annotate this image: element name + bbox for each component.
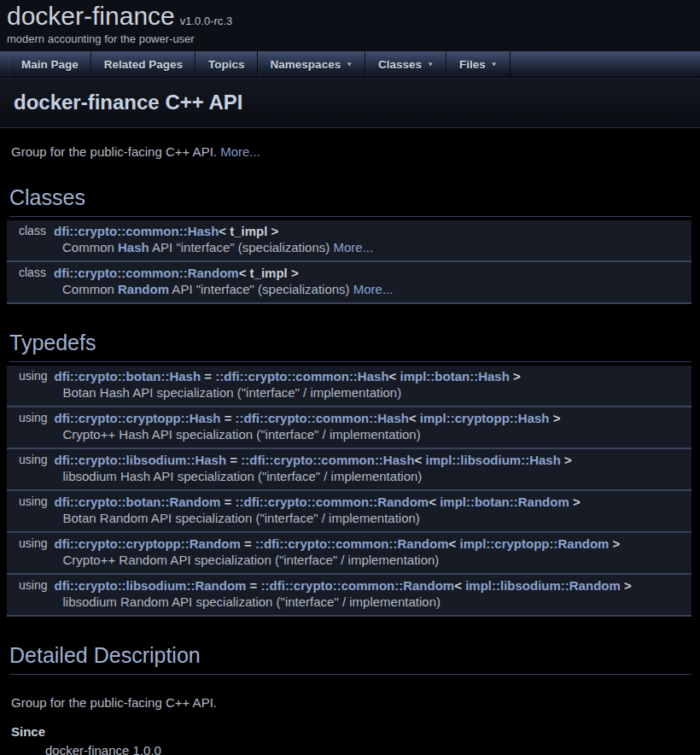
member-link[interactable]: impl::botan::Random bbox=[440, 495, 569, 509]
member-link[interactable]: impl::cryptopp::Random bbox=[459, 536, 609, 551]
signature-text: < bbox=[415, 453, 426, 467]
member-description: Botan Random API specialization ("interf… bbox=[62, 511, 419, 525]
member-link[interactable]: dfi::crypto::cryptopp::Hash bbox=[54, 411, 220, 425]
member-row: classdfi::crypto::common::Hash< t_impl > bbox=[7, 220, 691, 238]
member-description-row: Botan Random API specialization ("interf… bbox=[7, 509, 691, 532]
row-separator bbox=[7, 616, 691, 617]
chevron-down-icon: ▼ bbox=[346, 61, 353, 68]
signature-text: = bbox=[226, 453, 241, 467]
nav-tab-list: Main Page Related Pages Topics Namespace… bbox=[0, 51, 700, 77]
nav-tab-label: Related Pages bbox=[104, 58, 183, 71]
nav-tab-files[interactable]: Files▼ bbox=[446, 51, 510, 77]
member-link[interactable]: dfi::crypto::common::Hash bbox=[54, 224, 219, 238]
nav-tab-namespaces[interactable]: Namespaces▼ bbox=[258, 51, 365, 77]
detailed-description-text: Group for the public-facing C++ API. bbox=[11, 695, 691, 710]
member-link[interactable]: dfi::crypto::cryptopp::Random bbox=[54, 536, 240, 551]
member-link[interactable]: Random bbox=[118, 282, 169, 296]
member-keyword: using bbox=[7, 491, 54, 509]
member-link[interactable]: ::dfi::crypto::common::Random bbox=[236, 495, 429, 509]
member-link[interactable]: ::dfi::crypto::common::Hash bbox=[241, 453, 414, 467]
since-value: docker-finance 1.0.0 bbox=[45, 743, 691, 755]
signature-text: < bbox=[389, 369, 400, 383]
member-description: Common Hash API "interface" (specializat… bbox=[62, 240, 373, 255]
page-title: docker-finance C++ API bbox=[14, 91, 686, 114]
signature-text: API "interface" (specializations) bbox=[169, 282, 353, 296]
member-link[interactable]: impl::libsodium::Hash bbox=[426, 453, 561, 467]
signature-text: > bbox=[621, 578, 632, 593]
nav-tab-label: Main Page bbox=[21, 58, 79, 71]
member-link[interactable]: dfi::crypto::botan::Hash bbox=[54, 369, 201, 383]
member-link[interactable]: ::dfi::crypto::common::Hash bbox=[215, 369, 388, 383]
group-summary-text: Group for the public-facing C++ API. bbox=[11, 144, 217, 159]
signature-text: Common bbox=[62, 282, 118, 296]
member-row: usingdfi::crypto::cryptopp::Random = ::d… bbox=[7, 533, 691, 551]
chevron-down-icon: ▼ bbox=[427, 61, 434, 68]
member-row: usingdfi::crypto::cryptopp::Hash = ::dfi… bbox=[7, 407, 691, 425]
member-link[interactable]: dfi::crypto::libsodium::Hash bbox=[54, 453, 226, 467]
member-row: usingdfi::crypto::botan::Random = ::dfi:… bbox=[7, 491, 691, 509]
more-link[interactable]: More... bbox=[333, 240, 373, 255]
nav-tab-label: Topics bbox=[208, 58, 245, 71]
member-link[interactable]: dfi::crypto::libsodium::Random bbox=[54, 578, 246, 593]
member-keyword: using bbox=[7, 533, 54, 551]
more-link[interactable]: More... bbox=[353, 282, 394, 296]
member-description: Crypto++ Hash API specialization ("inter… bbox=[62, 427, 420, 442]
more-link[interactable]: More... bbox=[220, 144, 260, 159]
member-description-row: Crypto++ Random API specialization ("int… bbox=[7, 551, 691, 574]
member-link[interactable]: dfi::crypto::common::Random bbox=[54, 266, 239, 280]
member-keyword: class bbox=[7, 220, 54, 238]
member-link[interactable]: dfi::crypto::botan::Random bbox=[54, 495, 220, 509]
member-description: libsodium Hash API specialization ("inte… bbox=[62, 469, 422, 483]
project-title-row: docker-financev1.0.0-rc.3 bbox=[7, 2, 693, 30]
signature-text: = bbox=[220, 495, 235, 509]
member-description-row: Crypto++ Hash API specialization ("inter… bbox=[7, 425, 691, 448]
signature-text: = bbox=[220, 411, 235, 425]
nav-tab-related-pages[interactable]: Related Pages bbox=[91, 51, 195, 77]
signature-text: = bbox=[241, 536, 255, 551]
member-link[interactable]: impl::botan::Hash bbox=[400, 369, 510, 383]
signature-text: < bbox=[449, 536, 460, 551]
nav-tab-label: Files bbox=[459, 58, 486, 71]
member-link[interactable]: ::dfi::crypto::common::Hash bbox=[236, 411, 409, 425]
member-description-row: libsodium Random API specialization ("in… bbox=[7, 593, 691, 616]
signature-text: Botan Random API specialization ("interf… bbox=[62, 511, 419, 525]
page-title-band: docker-finance C++ API bbox=[0, 78, 700, 128]
member-signature: dfi::crypto::libsodium::Hash = ::dfi::cr… bbox=[54, 453, 571, 467]
project-version: v1.0.0-rc.3 bbox=[180, 15, 232, 27]
member-keyword: using bbox=[7, 575, 54, 593]
main-nav: Main Page Related Pages Topics Namespace… bbox=[0, 51, 700, 78]
member-link[interactable]: ::dfi::crypto::common::Random bbox=[255, 536, 449, 551]
member-link[interactable]: ::dfi::crypto::common::Random bbox=[261, 578, 455, 593]
signature-text: API "interface" (specializations) bbox=[149, 240, 334, 255]
member-link[interactable]: impl::cryptopp::Hash bbox=[420, 411, 550, 425]
typedefs-table: usingdfi::crypto::botan::Hash = ::dfi::c… bbox=[7, 366, 691, 617]
signature-text: < bbox=[409, 411, 420, 425]
member-signature: dfi::crypto::cryptopp::Hash = ::dfi::cry… bbox=[54, 411, 560, 425]
signature-text: > bbox=[561, 453, 572, 467]
chevron-down-icon: ▼ bbox=[491, 61, 498, 68]
signature-text: Crypto++ Hash API specialization ("inter… bbox=[62, 427, 420, 442]
member-link[interactable]: Hash bbox=[118, 240, 149, 255]
section-heading-classes: Classes bbox=[9, 185, 691, 217]
member-link[interactable]: impl::libsodium::Random bbox=[465, 578, 621, 593]
nav-tab-classes[interactable]: Classes▼ bbox=[365, 51, 446, 77]
project-brief: modern accounting for the power-user bbox=[7, 32, 693, 45]
section-heading-typedefs: Typedefs bbox=[9, 331, 691, 362]
nav-tab-topics[interactable]: Topics bbox=[195, 51, 258, 77]
member-signature: dfi::crypto::botan::Hash = ::dfi::crypto… bbox=[54, 369, 520, 383]
nav-tab-label: Classes bbox=[378, 58, 422, 71]
site-header: docker-financev1.0.0-rc.3 modern account… bbox=[0, 0, 700, 51]
signature-text: < t_impl > bbox=[239, 266, 299, 280]
group-summary: Group for the public-facing C++ API. Mor… bbox=[11, 144, 691, 159]
member-row: usingdfi::crypto::botan::Hash = ::dfi::c… bbox=[7, 366, 691, 383]
signature-text: < t_impl > bbox=[219, 224, 278, 238]
signature-text: < bbox=[429, 495, 440, 509]
classes-table: classdfi::crypto::common::Hash< t_impl >… bbox=[7, 220, 691, 304]
nav-tab-main-page[interactable]: Main Page bbox=[9, 51, 91, 77]
member-description-row: Botan Hash API specialization ("interfac… bbox=[7, 383, 691, 407]
member-description: libsodium Random API specialization ("in… bbox=[62, 594, 440, 609]
contents: Group for the public-facing C++ API. Mor… bbox=[0, 144, 700, 755]
since-block: Since docker-finance 1.0.0 bbox=[11, 724, 691, 755]
member-description: Crypto++ Random API specialization ("int… bbox=[62, 553, 439, 567]
row-separator bbox=[7, 303, 691, 304]
